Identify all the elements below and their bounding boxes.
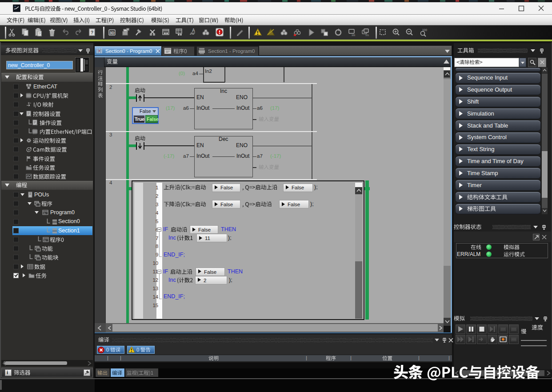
- svg-text:A: A: [192, 28, 195, 33]
- svg-text:101: 101: [365, 34, 369, 36]
- svg-text:101: 101: [352, 34, 356, 36]
- svg-text:?: ?: [91, 30, 93, 35]
- svg-text:?: ?: [39, 32, 41, 36]
- svg-text:3D: 3D: [110, 31, 115, 35]
